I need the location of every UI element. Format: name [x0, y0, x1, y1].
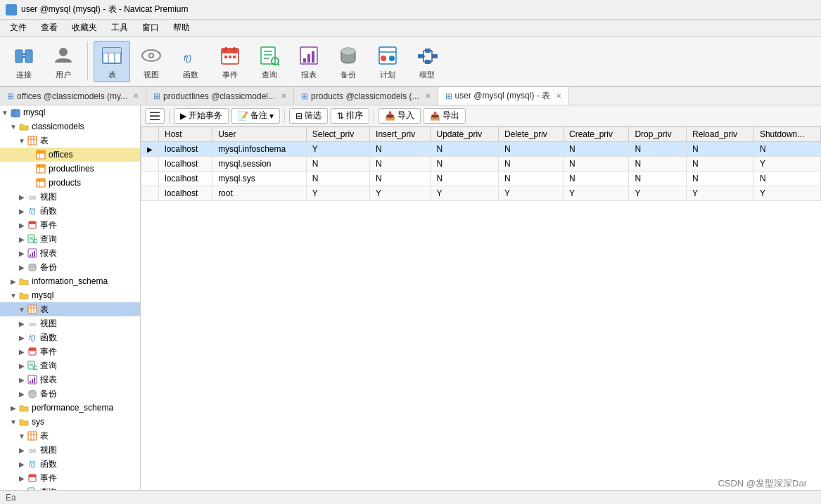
- col-header-3[interactable]: Select_priv: [306, 127, 369, 142]
- tree-item-7[interactable]: ▶f()函数: [0, 204, 140, 218]
- tree-expand-17: ▶: [17, 347, 27, 356]
- table-row[interactable]: localhostrootYYYYYYYY: [141, 186, 821, 201]
- data-table-wrap[interactable]: HostUserSelect_privInsert_privUpdate_pri…: [141, 127, 821, 490]
- tree-item-15[interactable]: ▶oo视图: [0, 316, 140, 330]
- import-button[interactable]: 📥 导入: [378, 108, 421, 124]
- col-header-4[interactable]: Insert_priv: [370, 127, 431, 142]
- tab-close-offices[interactable]: ✕: [133, 92, 139, 100]
- tree-item-26[interactable]: ▶事件: [0, 471, 140, 485]
- cell-Drop_priv-1: N: [629, 157, 687, 172]
- col-header-5[interactable]: Update_priv: [431, 127, 499, 142]
- tree-item-9[interactable]: ▶查询: [0, 232, 140, 246]
- table-row[interactable]: localhostmysql.sessionNNNNNNNY: [141, 157, 821, 172]
- tree-item-5[interactable]: products: [0, 176, 140, 190]
- tree-item-16[interactable]: ▶f()函数: [0, 330, 140, 344]
- tree-item-21[interactable]: ▶performance_schema: [0, 401, 140, 415]
- export-button[interactable]: 📤 导出: [424, 108, 466, 124]
- tree-item-3[interactable]: offices: [0, 148, 140, 162]
- col-header-9[interactable]: Reload_priv: [687, 127, 754, 142]
- status-text: Ea: [6, 493, 16, 503]
- tree-expand-2: ▼: [17, 136, 27, 146]
- sort-button[interactable]: ⇅ 排序: [331, 108, 369, 124]
- tree-icon-12: [18, 276, 30, 287]
- col-header-2[interactable]: User: [212, 127, 307, 142]
- svg-point-32: [341, 48, 355, 55]
- svg-rect-29: [307, 54, 310, 63]
- comment-button[interactable]: 📝 备注 ▾: [231, 108, 280, 124]
- tree-item-13[interactable]: ▼mysql: [0, 288, 140, 302]
- report-icon: [296, 43, 322, 68]
- status-bar: Ea: [0, 490, 821, 504]
- tree-item-10[interactable]: ▶报表: [0, 246, 140, 260]
- tree-item-2[interactable]: ▼表: [0, 134, 140, 148]
- tree-item-19[interactable]: ▶报表: [0, 373, 140, 387]
- tree-item-12[interactable]: ▶information_schema: [0, 274, 140, 288]
- tree-item-20[interactable]: ▶备份: [0, 387, 140, 401]
- tab-productlines[interactable]: ⊞productlines @classicmodel...✕: [146, 87, 294, 105]
- tree-item-23[interactable]: ▼表: [0, 429, 140, 443]
- menu-item-工具[interactable]: 工具: [104, 20, 135, 35]
- tree-expand-4: [25, 164, 35, 174]
- tree-item-25[interactable]: ▶f()函数: [0, 457, 140, 471]
- tree-item-17[interactable]: ▶事件: [0, 344, 140, 358]
- col-header-6[interactable]: Delete_priv: [499, 127, 564, 142]
- tree-item-1[interactable]: ▼classicmodels: [0, 119, 140, 134]
- tab-user[interactable]: ⊞user @mysql (mysql) - 表✕: [438, 87, 570, 105]
- tree-item-22[interactable]: ▼sys: [0, 415, 140, 429]
- tree-item-4[interactable]: productlines: [0, 162, 140, 176]
- tab-close-productlines[interactable]: ✕: [281, 92, 286, 100]
- svg-rect-37: [418, 54, 424, 58]
- col-header-8[interactable]: Drop_priv: [629, 127, 687, 142]
- tool-report[interactable]: 报表: [291, 41, 327, 82]
- tool-user[interactable]: 用户: [45, 41, 82, 82]
- col-header-10[interactable]: Shutdown...: [753, 127, 820, 142]
- tab-offices[interactable]: ⊞offices @classicmodels (my...✕: [0, 87, 146, 105]
- toolbar-sep: [87, 41, 88, 81]
- cell-Select_priv-1: N: [306, 157, 369, 172]
- tree-icon-2: [27, 135, 38, 146]
- tree-item-14[interactable]: ▼表: [0, 302, 140, 316]
- svg-rect-39: [425, 60, 431, 64]
- begin-transaction-button[interactable]: ▶ 开始事务: [174, 108, 229, 124]
- menu-item-查看[interactable]: 查看: [34, 20, 65, 35]
- menu-item-文件[interactable]: 文件: [3, 20, 34, 35]
- tree-item-18[interactable]: ▶查询: [0, 358, 140, 373]
- svg-rect-92: [30, 381, 31, 383]
- col-header-0[interactable]: [141, 127, 159, 142]
- tool-plan[interactable]: 计划: [369, 41, 406, 82]
- tree-icon-27: [27, 486, 38, 490]
- tool-model[interactable]: 模型: [409, 41, 445, 82]
- col-header-7[interactable]: Create_priv: [563, 127, 628, 142]
- menu-item-收藏夹[interactable]: 收藏夹: [65, 20, 104, 35]
- menu-button[interactable]: [145, 108, 165, 124]
- tree-item-24[interactable]: ▶oo视图: [0, 443, 140, 457]
- tab-close-user[interactable]: ✕: [556, 92, 561, 100]
- tool-connect[interactable]: 连接: [6, 41, 42, 82]
- tree-item-27[interactable]: ▶查询: [0, 485, 140, 490]
- col-header-1[interactable]: Host: [159, 127, 212, 142]
- tree-item-6[interactable]: ▶oo视图: [0, 190, 140, 204]
- tree-expand-1: ▼: [8, 122, 18, 131]
- tab-close-products[interactable]: ✕: [425, 92, 431, 100]
- tree-item-8[interactable]: ▶事件: [0, 218, 140, 232]
- tree-item-11[interactable]: ▶备份: [0, 260, 140, 274]
- tool-backup[interactable]: 备份: [330, 41, 367, 82]
- tree-item-0[interactable]: ▼mysql: [0, 105, 140, 119]
- svg-rect-65: [37, 179, 45, 181]
- cell-Drop_priv-0: N: [629, 142, 687, 157]
- tool-table[interactable]: 表: [94, 41, 130, 82]
- tab-products[interactable]: ⊞products @classicmodels (...✕: [294, 87, 438, 105]
- tool-query[interactable]: 查询: [251, 41, 288, 82]
- table-row[interactable]: ▶localhostmysql.infoschemaYNNNNNNN: [141, 142, 821, 157]
- menu-item-窗口[interactable]: 窗口: [135, 20, 166, 35]
- tree-label-2: 表: [40, 135, 49, 147]
- tool-function[interactable]: f()函数: [172, 41, 209, 82]
- filter-button[interactable]: ⊟ 筛选: [289, 108, 328, 124]
- sep1: [169, 109, 170, 123]
- table-row[interactable]: localhostmysql.sysNNNNNNNN: [141, 172, 821, 186]
- menu-item-帮助[interactable]: 帮助: [166, 20, 197, 35]
- tree-label-27: 查询: [40, 486, 57, 491]
- svg-rect-33: [379, 47, 396, 64]
- tool-event[interactable]: 事件: [212, 41, 248, 82]
- tool-view[interactable]: 视图: [133, 41, 170, 82]
